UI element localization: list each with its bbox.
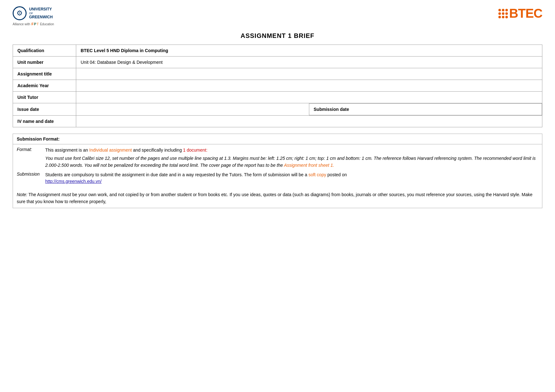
page-title: ASSIGNMENT 1 BRIEF bbox=[13, 32, 542, 39]
unit-tutor-label: Unit Tutor bbox=[13, 92, 76, 103]
issue-date-value: Submission date bbox=[76, 103, 542, 116]
submission-label-cell: Submission bbox=[17, 172, 45, 185]
submission-text2: posted on bbox=[326, 172, 347, 177]
submission-format-body: Format: This assignment is an Individual… bbox=[13, 144, 542, 170]
assignment-title-label: Assignment title bbox=[13, 68, 76, 80]
unit-number-value: Unit 04: Database Design & Development bbox=[76, 57, 542, 68]
iv-label: IV name and date bbox=[13, 116, 76, 127]
unit-number-label: Unit number bbox=[13, 57, 76, 68]
note-row-div: Note: The Assignment must be your own wo… bbox=[17, 191, 538, 205]
format-row: Format: This assignment is an Individual… bbox=[17, 147, 538, 154]
format-highlight2: 1 document: bbox=[183, 148, 207, 153]
table-row-academic-year: Academic Year bbox=[13, 80, 542, 92]
submission-text1: Students are compulsory to submit the as… bbox=[45, 172, 308, 177]
submission-format-header: Submission Format: bbox=[13, 134, 542, 144]
note-text: The Assignment must be your own work, an… bbox=[17, 192, 533, 204]
greenwich-emblem bbox=[13, 6, 27, 20]
qualification-label: Qualification bbox=[13, 45, 76, 57]
table-row-qualification: Qualification BTEC Level 5 HND Diploma i… bbox=[13, 45, 542, 57]
page-header: UNIVERSITYofGREENWICH Alliance with FPT … bbox=[13, 6, 542, 26]
alliance-row: Alliance with FPT Education bbox=[13, 22, 54, 26]
format-highlight1: Individual assignment bbox=[89, 148, 132, 153]
logo-left: UNIVERSITYofGREENWICH Alliance with FPT … bbox=[13, 6, 54, 26]
format-body-italic: You must use font Calibri size 12, set n… bbox=[45, 156, 536, 168]
submission-link[interactable]: http://cms.greenwich.edu.vn/ bbox=[45, 179, 102, 184]
format-text-2: and specifically including bbox=[132, 148, 183, 153]
unit-tutor-value bbox=[76, 92, 542, 103]
submission-content: Students are compulsory to submit the as… bbox=[45, 172, 538, 185]
qualification-value: BTEC Level 5 HND Diploma in Computing bbox=[76, 45, 542, 57]
greenwich-logo: UNIVERSITYofGREENWICH bbox=[13, 6, 53, 20]
btec-text: BTEC bbox=[509, 6, 542, 21]
format-body-text: You must use font Calibri size 12, set n… bbox=[45, 155, 538, 169]
format-label: Format: bbox=[17, 147, 45, 154]
format-text-1: This assignment is an bbox=[45, 148, 89, 153]
btec-dots bbox=[498, 9, 508, 18]
alliance-text: Alliance with bbox=[13, 22, 30, 26]
iv-value bbox=[76, 116, 542, 127]
academic-year-label: Academic Year bbox=[13, 80, 76, 92]
note-row: Note: The Assignment must be your own wo… bbox=[13, 187, 542, 208]
table-row-iv: IV name and date bbox=[13, 116, 542, 127]
info-table: Qualification BTEC Level 5 HND Diploma i… bbox=[13, 45, 542, 127]
submission-format-row2: Submission Students are compulsory to su… bbox=[17, 172, 538, 185]
table-row-unit-number: Unit number Unit 04: Database Design & D… bbox=[13, 57, 542, 68]
assignment-title-value bbox=[76, 68, 542, 80]
education-text: Education bbox=[40, 22, 54, 26]
greenwich-text: UNIVERSITYofGREENWICH bbox=[29, 7, 53, 20]
note-cell: Note: The Assignment must be your own wo… bbox=[13, 187, 542, 208]
submission-date-label: Submission date bbox=[314, 107, 349, 112]
submission-header-row: Submission Format: bbox=[13, 134, 542, 144]
submission-row-cell: Submission Students are compulsory to su… bbox=[13, 170, 542, 187]
submission-format-row: Format: This assignment is an Individual… bbox=[13, 144, 542, 170]
btec-logo: BTEC bbox=[498, 6, 542, 21]
submission-format-table: Submission Format: Format: This assignme… bbox=[13, 134, 542, 208]
table-row-issue-date: Issue date Submission date bbox=[13, 103, 542, 116]
submission-highlight: soft copy bbox=[308, 172, 326, 177]
note-label: Note: bbox=[17, 192, 27, 197]
issue-date-label: Issue date bbox=[13, 103, 76, 116]
format-highlight3: Assignment front sheet 1. bbox=[284, 163, 334, 168]
academic-year-value bbox=[76, 80, 542, 92]
table-row-assignment-title: Assignment title bbox=[13, 68, 542, 80]
format-content-line1: This assignment is an Individual assignm… bbox=[45, 147, 538, 154]
submission-row: Submission Students are compulsory to su… bbox=[13, 170, 542, 187]
fpt-logo: FPT bbox=[32, 22, 39, 26]
table-row-unit-tutor: Unit Tutor bbox=[13, 92, 542, 103]
